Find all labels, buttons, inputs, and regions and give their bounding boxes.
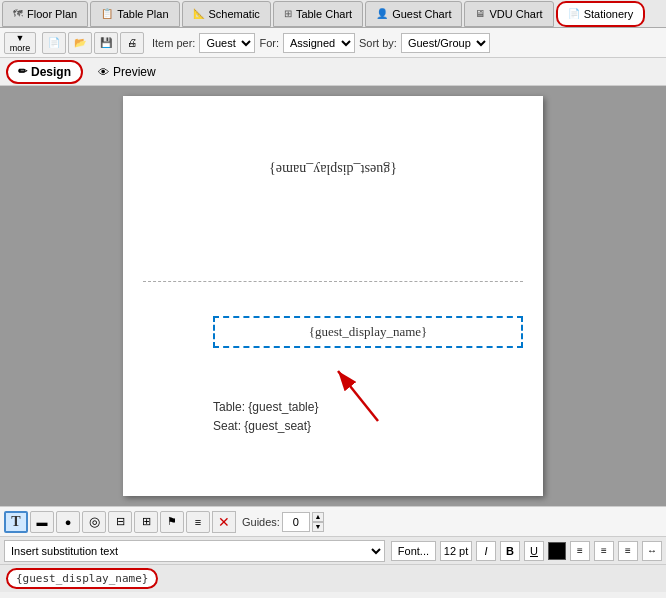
design-icon: ✏ [18, 65, 27, 78]
save-button[interactable]: 💾 [94, 32, 118, 54]
align-right-button[interactable]: ≡ [618, 541, 638, 561]
tab-table-plan[interactable]: 📋 Table Plan [90, 1, 179, 27]
guides-spinner: ▲ ▼ [312, 512, 324, 532]
text-tool-button[interactable]: T [4, 511, 28, 533]
align-h-button[interactable]: ⊟ [108, 511, 132, 533]
for-label: For: [259, 37, 279, 49]
guides-label: Guides: [242, 516, 280, 528]
tab-bar: 🗺 Floor Plan 📋 Table Plan 📐 Schematic ⊞ … [0, 0, 666, 28]
circle-tool-button[interactable]: ● [56, 511, 80, 533]
current-variable-badge[interactable]: {guest_display_name} [6, 568, 158, 589]
align-left-button[interactable]: ≡ [570, 541, 590, 561]
subtab-row: ✏ Design 👁 Preview [0, 58, 666, 86]
variable-badge-row: {guest_display_name} [0, 564, 666, 592]
stationery-icon: 📄 [568, 8, 580, 19]
canvas-labels: Table: {guest_table} Seat: {guest_seat} [213, 398, 318, 436]
toolbar-file-group: 📄 📂 💾 🖨 [42, 32, 144, 54]
bold-button[interactable]: B [500, 541, 520, 561]
font-size-input[interactable] [440, 541, 472, 561]
rotated-text-element[interactable]: {guest_display_name} [269, 161, 397, 177]
subtab-design[interactable]: ✏ Design [6, 60, 83, 84]
tab-stationery[interactable]: 📄 Stationery [556, 1, 646, 27]
item-per-select[interactable]: Guest [199, 33, 255, 53]
tab-table-chart[interactable]: ⊞ Table Chart [273, 1, 363, 27]
seat-label: Seat: {guest_seat} [213, 417, 318, 436]
align-center-button[interactable]: ≡ [594, 541, 614, 561]
expand-button[interactable]: ↔ [642, 541, 662, 561]
tab-schematic[interactable]: 📐 Schematic [182, 1, 271, 27]
selected-textbox[interactable]: {guest_display_name} [213, 316, 523, 348]
new-button[interactable]: 📄 [42, 32, 66, 54]
color-swatch[interactable] [548, 542, 566, 560]
open-button[interactable]: 📂 [68, 32, 92, 54]
font-button[interactable]: Font... [391, 541, 436, 561]
main-toolbar: ▼more 📄 📂 💾 🖨 Item per: Guest For: Assig… [0, 28, 666, 58]
main-canvas-area: {guest_display_name} {guest_display_name… [0, 86, 666, 506]
arrange-button[interactable]: ≡ [186, 511, 210, 533]
status-bar: Insert substitution text Font... I B U ≡… [0, 536, 666, 564]
subtab-preview[interactable]: 👁 Preview [87, 60, 167, 84]
flag-button[interactable]: ⚑ [160, 511, 184, 533]
guides-up[interactable]: ▲ [312, 512, 324, 522]
svg-line-1 [338, 371, 378, 421]
underline-button[interactable]: U [524, 541, 544, 561]
italic-button[interactable]: I [476, 541, 496, 561]
guides-input[interactable] [282, 512, 310, 532]
delete-button[interactable]: ✕ [212, 511, 236, 533]
table-label: Table: {guest_table} [213, 398, 318, 417]
preview-icon: 👁 [98, 66, 109, 78]
item-per-label: Item per: [152, 37, 195, 49]
table-chart-icon: ⊞ [284, 8, 292, 19]
guest-chart-icon: 👤 [376, 8, 388, 19]
guides-down[interactable]: ▼ [312, 522, 324, 532]
font-area: Font... I B U ≡ ≡ ≡ ↔ [391, 541, 662, 561]
rect-tool-button[interactable]: ▬ [30, 511, 54, 533]
vdu-chart-icon: 🖥 [475, 8, 485, 19]
select-tool-button[interactable]: ◎ [82, 511, 106, 533]
canvas-page[interactable]: {guest_display_name} {guest_display_name… [123, 96, 543, 496]
more-button[interactable]: ▼more [4, 32, 36, 54]
tab-vdu-chart[interactable]: 🖥 VDU Chart [464, 1, 553, 27]
insert-substitution-select[interactable]: Insert substitution text [4, 540, 385, 562]
bottom-toolbar: T ▬ ● ◎ ⊟ ⊞ ⚑ ≡ ✕ Guides: ▲ ▼ [0, 506, 666, 536]
tab-guest-chart[interactable]: 👤 Guest Chart [365, 1, 462, 27]
insert-substitution-area: Insert substitution text [4, 540, 385, 562]
floor-plan-icon: 🗺 [13, 8, 23, 19]
sort-by-label: Sort by: [359, 37, 397, 49]
align-v-button[interactable]: ⊞ [134, 511, 158, 533]
tab-floor-plan[interactable]: 🗺 Floor Plan [2, 1, 88, 27]
toolbar-left-group: ▼more [4, 32, 36, 54]
sort-by-select[interactable]: Guest/Group [401, 33, 490, 53]
schematic-icon: 📐 [193, 8, 205, 19]
canvas-divider [143, 281, 523, 282]
print-button[interactable]: 🖨 [120, 32, 144, 54]
arrow-indicator [318, 351, 398, 431]
table-plan-icon: 📋 [101, 8, 113, 19]
for-select[interactable]: Assigned [283, 33, 355, 53]
